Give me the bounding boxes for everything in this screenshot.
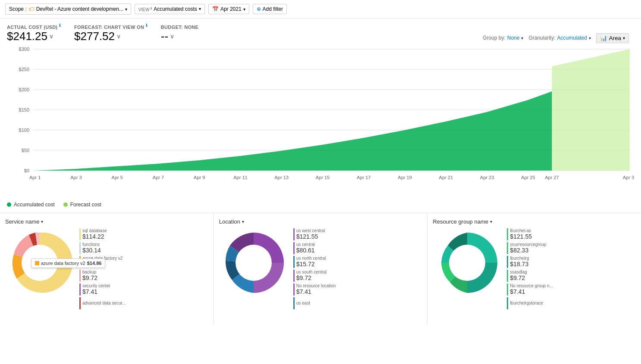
svg-text:Apr 27: Apr 27 bbox=[545, 175, 559, 180]
budget-label: BUDGET: NONE bbox=[161, 25, 198, 30]
view-button[interactable]: VIEW ℹ Accumulated costs ▾ bbox=[135, 4, 205, 14]
budget-chevron-icon[interactable]: ∨ bbox=[170, 33, 174, 40]
service-name-1: functions bbox=[82, 242, 101, 247]
forecast-cost-value: $277.52 ∨ bbox=[74, 30, 147, 43]
location-title: Location bbox=[219, 218, 240, 225]
calendar-icon: 📅 bbox=[212, 6, 219, 12]
loc-amt-0: $121.55 bbox=[296, 233, 325, 240]
groupby-control[interactable]: Group by: None ▾ bbox=[483, 35, 523, 41]
loc-amt-3: $9.72 bbox=[296, 274, 327, 281]
res-amt-1: $82.33 bbox=[510, 247, 546, 254]
resource-group-chevron-icon: ▾ bbox=[490, 219, 492, 224]
groupby-value: None bbox=[507, 35, 520, 41]
svg-text:Apr 19: Apr 19 bbox=[398, 175, 412, 180]
resource-donut-svg bbox=[433, 228, 502, 297]
loc-bar-0 bbox=[293, 228, 295, 240]
service-amt-0: $114.22 bbox=[82, 233, 107, 240]
svg-text:Apr 11: Apr 11 bbox=[233, 175, 247, 180]
loc-name-3: us south central bbox=[296, 270, 327, 274]
service-legend: sql database $114.22 functions $30.14 bbox=[79, 228, 208, 309]
actual-cost-chevron-icon[interactable]: ∨ bbox=[49, 33, 53, 40]
granularity-control[interactable]: Granularity: Accumulated ▾ bbox=[528, 35, 591, 41]
scope-name: DevRel - Azure content developmen... bbox=[36, 6, 123, 12]
res-bar-3 bbox=[507, 270, 508, 282]
budget-value: -- ∨ bbox=[161, 30, 198, 43]
resource-entry-0: lburchel-as $121.55 bbox=[507, 228, 636, 240]
loc-amt-2: $15.72 bbox=[296, 261, 326, 268]
res-name-2: lburcheirg bbox=[510, 256, 529, 261]
resource-group-header[interactable]: Resource group name ▾ bbox=[433, 218, 636, 225]
loc-name-4: No resource location bbox=[296, 283, 336, 288]
svg-text:$150: $150 bbox=[19, 107, 30, 112]
view-value: Accumulated costs bbox=[154, 6, 197, 12]
service-entry-0: sql database $114.22 bbox=[79, 228, 208, 240]
svg-text:Apr 1: Apr 1 bbox=[29, 175, 41, 180]
metrics-row: ACTUAL COST (USD) ℹ $241.25 ∨ FORECAST: … bbox=[0, 19, 641, 45]
chart-type-label: Area bbox=[609, 35, 621, 41]
service-name-header[interactable]: Service name ▾ bbox=[5, 218, 208, 225]
res-bar-1 bbox=[507, 242, 508, 254]
service-donut-chart: azure data factory v2 $14.86 bbox=[5, 228, 74, 297]
res-amt-0: $121.55 bbox=[510, 233, 532, 240]
location-entry-3: us south central $9.72 bbox=[293, 270, 422, 282]
forecast-cost-chevron-icon[interactable]: ∨ bbox=[116, 33, 121, 40]
date-value: Apr 2021 bbox=[220, 6, 242, 12]
service-name-title: Service name bbox=[5, 218, 39, 225]
service-bar-5 bbox=[79, 297, 81, 309]
loc-name-1: us central bbox=[296, 242, 315, 247]
loc-bar-1 bbox=[293, 242, 295, 254]
forecast-cost-block: FORECAST: CHART VIEW ON ℹ $277.52 ∨ bbox=[74, 23, 147, 43]
service-entry-5: advanced data secur... bbox=[79, 297, 208, 309]
location-entry-2: us north central $15.72 bbox=[293, 256, 422, 268]
svg-point-32 bbox=[236, 245, 272, 281]
accumulated-dot bbox=[7, 202, 11, 207]
svg-marker-15 bbox=[35, 91, 552, 171]
res-amt-2: $18.73 bbox=[510, 261, 529, 268]
svg-text:Apr 13: Apr 13 bbox=[275, 175, 289, 180]
groupby-chevron-icon: ▾ bbox=[521, 36, 523, 40]
date-button[interactable]: 📅 Apr 2021 ▾ bbox=[208, 4, 249, 14]
service-name-0: sql database bbox=[82, 228, 107, 233]
chart-svg: $300 $250 $200 $150 $100 $50 $0 Apr 1 Ap… bbox=[7, 45, 634, 183]
location-legend: us west central $121.55 us central $80.6… bbox=[293, 228, 422, 309]
location-donut-svg bbox=[219, 228, 288, 297]
view-chevron-icon: ▾ bbox=[199, 6, 201, 11]
resource-donut-chart bbox=[433, 228, 502, 297]
resource-entry-3: ssasdlag $9.72 bbox=[507, 270, 636, 282]
resource-legend: lburchel-as $121.55 yourresourcegroup $8… bbox=[507, 228, 636, 309]
res-bar-4 bbox=[507, 283, 508, 296]
svg-text:$250: $250 bbox=[19, 67, 30, 72]
service-name-5: advanced data secur... bbox=[82, 301, 126, 305]
loc-bar-4 bbox=[293, 283, 295, 296]
loc-name-0: us west central bbox=[296, 228, 325, 233]
add-filter-button[interactable]: ⊕ Add filter bbox=[253, 4, 287, 14]
loc-name-5: us east bbox=[296, 301, 310, 305]
res-name-1: yourresourcegroup bbox=[510, 242, 546, 247]
groupby-label: Group by: bbox=[483, 35, 506, 41]
date-chevron-icon: ▾ bbox=[243, 7, 245, 12]
res-bar-5 bbox=[507, 297, 508, 309]
cost-chart: $300 $250 $200 $150 $100 $50 $0 Apr 1 Ap… bbox=[0, 45, 641, 200]
actual-cost-label: ACTUAL COST (USD) ℹ bbox=[7, 23, 60, 30]
panels-row: Service name ▾ bbox=[0, 213, 641, 325]
resource-group-panel: Resource group name ▾ bbox=[427, 213, 641, 325]
svg-text:$100: $100 bbox=[19, 128, 30, 133]
chart-type-button[interactable]: 📊 Area ▾ bbox=[596, 33, 629, 43]
res-name-4: No resource group n... bbox=[510, 283, 553, 288]
location-header[interactable]: Location ▾ bbox=[219, 218, 422, 225]
svg-text:Apr 30: Apr 30 bbox=[623, 175, 634, 180]
res-name-5: lburcheirgstorace bbox=[510, 301, 543, 305]
service-name-panel: Service name ▾ bbox=[0, 213, 214, 325]
location-donut-chart bbox=[219, 228, 288, 297]
actual-cost-value: $241.25 ∨ bbox=[7, 30, 60, 43]
scope-button[interactable]: Scope : 🏷 DevRel - Azure content develop… bbox=[5, 3, 131, 15]
legend-accumulated: Accumulated cost bbox=[7, 202, 55, 208]
granularity-value: Accumulated bbox=[557, 35, 587, 41]
res-name-0: lburchel-as bbox=[510, 228, 532, 233]
service-bar-3 bbox=[79, 270, 81, 282]
scope-icon: 🏷 bbox=[28, 6, 35, 12]
service-amt-4: $7.41 bbox=[82, 288, 110, 295]
forecast-dot bbox=[63, 202, 68, 207]
loc-bar-3 bbox=[293, 270, 295, 282]
svg-text:Apr 25: Apr 25 bbox=[521, 175, 535, 180]
